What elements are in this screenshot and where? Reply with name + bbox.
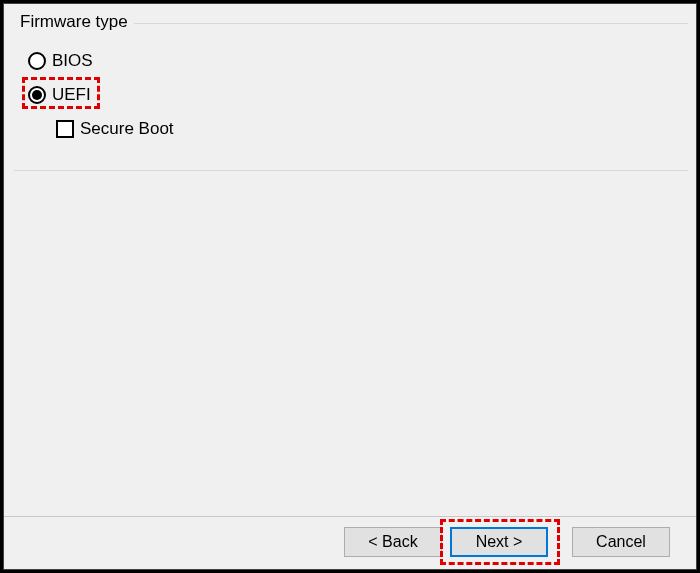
radio-icon (28, 52, 46, 70)
radio-uefi[interactable]: UEFI (28, 80, 174, 110)
firmware-type-group: Firmware type BIOS UEFI Secure Boot (14, 12, 692, 172)
radio-uefi-label: UEFI (52, 85, 91, 105)
back-button[interactable]: < Back (344, 527, 442, 557)
content-area: Firmware type BIOS UEFI Secure Boot (10, 4, 696, 504)
dialog-panel: Firmware type BIOS UEFI Secure Boot (3, 3, 697, 570)
cancel-button[interactable]: Cancel (572, 527, 670, 557)
radio-bios-label: BIOS (52, 51, 93, 71)
next-button-label: Next > (476, 533, 523, 551)
checkbox-secure-boot-label: Secure Boot (80, 119, 174, 139)
next-button[interactable]: Next > (450, 527, 548, 557)
back-button-label: < Back (368, 533, 417, 551)
group-title: Firmware type (18, 12, 130, 32)
radio-selected-dot-icon (32, 90, 42, 100)
group-border-bottom (14, 170, 688, 171)
radio-icon (28, 86, 46, 104)
group-border-top (134, 23, 688, 24)
button-bar: < Back Next > Cancel (4, 517, 696, 569)
firmware-options: BIOS UEFI Secure Boot (28, 46, 174, 144)
radio-bios[interactable]: BIOS (28, 46, 174, 76)
cancel-button-label: Cancel (596, 533, 646, 551)
checkbox-icon (56, 120, 74, 138)
checkbox-secure-boot[interactable]: Secure Boot (56, 114, 174, 144)
